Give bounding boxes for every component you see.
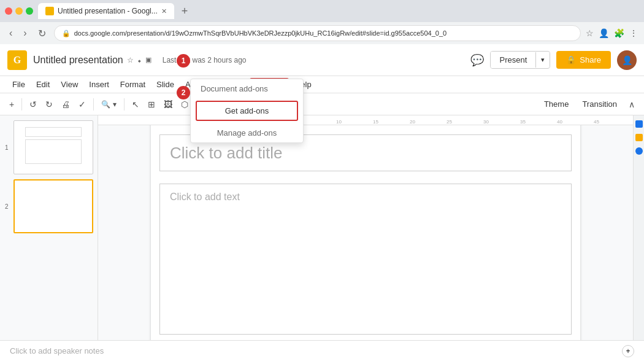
menu-file[interactable]: File: [7, 78, 30, 91]
slide-number-2: 2: [5, 203, 9, 210]
step-2-label: 2: [182, 88, 186, 97]
lock-icon: 🔒: [62, 29, 71, 37]
toolbar-separator-3: [124, 98, 125, 111]
speaker-notes-placeholder: Click to add speaker notes: [10, 346, 104, 355]
browser-action-icons: ☆ 👤 🧩 ⋮: [586, 28, 638, 38]
toolbar-textbox-btn[interactable]: ⊞: [145, 98, 158, 111]
speaker-notes[interactable]: Click to add speaker notes +: [0, 340, 644, 361]
slide-number-1: 1: [5, 144, 9, 151]
menu-format[interactable]: Format: [115, 78, 150, 91]
slide-image-1: [13, 120, 93, 174]
step-1-label: 1: [182, 56, 186, 65]
toolbar: + ↺ ↻ 🖨 ✓ 🔍 ▾ ↖ ⊞ 🖼 ⬡ ╱ 💬 ⬜ Theme Transi…: [0, 93, 644, 115]
menu-help[interactable]: Help: [290, 78, 316, 91]
share-button[interactable]: 🔒 Share: [556, 51, 611, 69]
browser-chrome: Untitled presentation - Googl... ✕ +: [0, 0, 644, 22]
reload-button[interactable]: ↻: [35, 26, 49, 41]
address-bar[interactable]: 🔒 docs.google.com/presentation/d/19wOzmw…: [54, 25, 581, 41]
toolbar-zoom-btn[interactable]: 🔍 ▾: [98, 98, 119, 111]
minimize-button[interactable]: [15, 7, 23, 15]
sidebar-icon-yellow-square[interactable]: [635, 134, 643, 141]
slide-thumb-1[interactable]: 1: [13, 120, 93, 174]
star-icon[interactable]: ☆: [127, 56, 134, 64]
slide-body-area[interactable]: Click to add text: [159, 184, 572, 335]
toolbar-insert-btn[interactable]: +: [6, 98, 17, 111]
step-badge-1: 1: [177, 54, 190, 68]
app-header: G Untitled presentation ☆ ⬥ ▣ Last edit …: [0, 44, 644, 76]
menu-insert[interactable]: Insert: [84, 78, 114, 91]
toolbar-line-btn[interactable]: ╱: [194, 98, 205, 111]
present-button-group: Present ▾: [490, 51, 550, 69]
step-badge-2: 2: [177, 86, 190, 99]
toolbar-comment-btn[interactable]: 💬: [207, 98, 224, 111]
tab-transition[interactable]: Transition: [577, 98, 622, 111]
toolbar-separator-1: [21, 98, 22, 111]
menu-addons[interactable]: Add-ons: [250, 78, 289, 91]
slides-panel: 1 2: [0, 115, 98, 340]
speaker-notes-add-icon[interactable]: +: [622, 345, 634, 357]
extensions-icon[interactable]: 🧩: [614, 28, 624, 38]
gdrive-icon[interactable]: ▣: [145, 56, 151, 64]
new-tab-button[interactable]: +: [182, 5, 188, 18]
tab-close-icon[interactable]: ✕: [161, 7, 167, 15]
comment-icon[interactable]: 💬: [470, 53, 484, 67]
last-edit-text: Last edit was 2 hours ago: [163, 56, 247, 64]
browser-tab[interactable]: Untitled presentation - Googl... ✕: [38, 3, 174, 19]
move-icon: ⬥: [137, 56, 142, 64]
user-avatar[interactable]: 👤: [617, 50, 637, 70]
sidebar-icon-blue-square[interactable]: [635, 120, 643, 128]
horizontal-ruler: -5 0 5 10 15 20 25 30 35 40 45: [98, 115, 633, 125]
app-container: Untitled presentation - Googl... ✕ + ‹ ›…: [0, 0, 644, 361]
app-logo: G: [7, 50, 27, 70]
menu-bar: File Edit View Insert Format Slide Arran…: [0, 76, 644, 93]
logo-letter: G: [13, 55, 21, 66]
menu-tools[interactable]: Tools: [220, 78, 248, 91]
share-label: Share: [580, 55, 601, 64]
right-sidebar: [633, 115, 644, 340]
maximize-button[interactable]: [26, 7, 33, 15]
toolbar-undo-btn[interactable]: ↺: [26, 98, 40, 111]
tab-theme[interactable]: Theme: [539, 98, 573, 111]
close-button[interactable]: [5, 7, 12, 15]
menu-slide[interactable]: Slide: [151, 78, 179, 91]
canvas-container: Click to add title Click to add text: [98, 125, 633, 340]
menu-view[interactable]: View: [56, 78, 83, 91]
main-area: 1 2 -5 0 5 10: [0, 115, 644, 340]
canvas-area: -5 0 5 10 15 20 25 30 35 40 45 Cli: [98, 115, 633, 340]
app-title-area: Untitled presentation ☆ ⬥ ▣: [33, 55, 151, 66]
app-title[interactable]: Untitled presentation: [33, 55, 123, 66]
toolbar-background-btn[interactable]: ⬜: [233, 98, 250, 111]
header-right: 💬 Present ▾ 🔒 Share 👤: [470, 50, 637, 70]
toolbar-cursor-btn[interactable]: ↖: [129, 98, 142, 111]
slide-thumb-2[interactable]: 2: [13, 179, 93, 233]
address-bar-row: ‹ › ↻ 🔒 docs.google.com/presentation/d/1…: [0, 22, 644, 44]
tab-label: Untitled presentation - Googl...: [58, 7, 158, 15]
toolbar-print-btn[interactable]: 🖨: [58, 98, 73, 111]
present-button[interactable]: Present: [491, 52, 535, 68]
present-dropdown-button[interactable]: ▾: [535, 52, 550, 68]
forward-button[interactable]: ›: [20, 26, 29, 41]
avatar-initials: 👤: [622, 55, 632, 65]
traffic-lights: [5, 7, 33, 15]
back-button[interactable]: ‹: [6, 26, 15, 41]
url-text: docs.google.com/presentation/d/19wOzmwTh…: [74, 29, 447, 37]
profile-icon[interactable]: 👤: [599, 28, 609, 38]
menu-icon[interactable]: ⋮: [629, 28, 638, 38]
slide-body-placeholder-text: Click to add text: [170, 192, 240, 203]
toolbar-separator-2: [93, 98, 94, 111]
slide-image-2: [13, 179, 93, 233]
sidebar-icon-blue-circle[interactable]: [635, 147, 643, 155]
slide-title-placeholder-text: Click to add title: [170, 144, 283, 163]
bookmark-icon[interactable]: ☆: [586, 28, 594, 38]
menu-edit[interactable]: Edit: [31, 78, 55, 91]
toolbar-right: Theme Transition ∧: [539, 98, 638, 111]
toolbar-collapse-btn[interactable]: ∧: [626, 98, 638, 111]
toolbar-image-btn[interactable]: 🖼: [161, 98, 175, 111]
share-lock-icon: 🔒: [566, 55, 576, 64]
toolbar-redo-btn[interactable]: ↻: [42, 98, 56, 111]
tab-favicon: [45, 7, 54, 15]
slide-title-area[interactable]: Click to add title: [159, 134, 572, 171]
toolbar-spellcheck-btn[interactable]: ✓: [75, 98, 89, 111]
slide-canvas[interactable]: Click to add title Click to add text: [151, 125, 580, 340]
toolbar-separator-4: [228, 98, 229, 111]
